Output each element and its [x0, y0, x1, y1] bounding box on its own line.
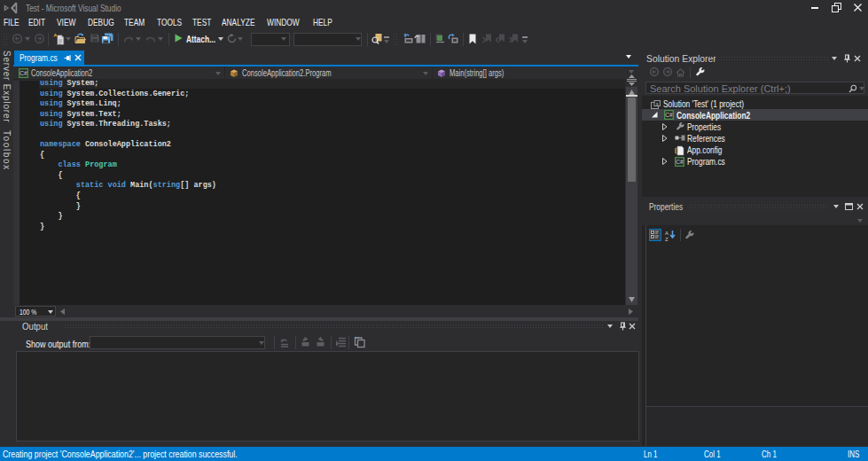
svg-text:Z: Z	[665, 237, 669, 242]
svg-text:A: A	[665, 230, 669, 236]
svg-text:C#: C#	[20, 70, 27, 76]
svg-text:C#: C#	[676, 159, 684, 165]
svg-text:C#: C#	[665, 112, 673, 118]
